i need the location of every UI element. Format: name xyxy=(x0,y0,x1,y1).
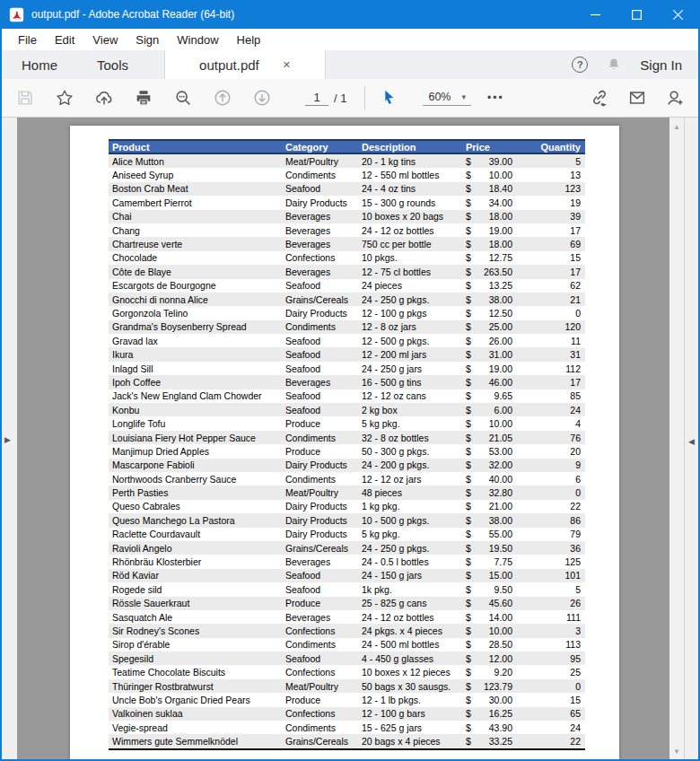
toolbar: 1 / 1 60% ▾ ••• xyxy=(2,79,698,118)
cell-quantity: 76 xyxy=(518,433,585,443)
link-icon xyxy=(590,88,609,108)
cell-product: Chocolade xyxy=(109,252,284,263)
table-row: Gravad laxSeafood12 - 500 g pkgs.$26.001… xyxy=(109,334,585,347)
expand-left-panel-icon[interactable]: ▶ xyxy=(4,435,11,444)
currency-symbol: $ xyxy=(466,625,471,636)
fill-sign-person-button[interactable] xyxy=(664,87,686,109)
cell-category: Produce xyxy=(284,695,360,705)
price-value: 12.50 xyxy=(489,308,512,319)
cell-category: Produce xyxy=(284,446,360,457)
print-button[interactable] xyxy=(133,87,154,109)
minimize-button[interactable] xyxy=(574,0,616,29)
currency-symbol: $ xyxy=(466,584,471,595)
help-icon[interactable]: ? xyxy=(572,57,588,73)
cell-category: Grains/Cereals xyxy=(284,736,360,747)
cell-product: Chartreuse verte xyxy=(109,239,284,249)
cell-product: Teatime Chocolate Biscuits xyxy=(109,667,284,678)
cell-category: Beverages xyxy=(284,211,360,222)
menu-sign[interactable]: Sign xyxy=(127,31,168,49)
table-row: Valkoinen suklaaConfections12 - 100 g ba… xyxy=(109,707,585,721)
cell-category: Dairy Products xyxy=(284,515,360,526)
cell-product: Gravad lax xyxy=(109,336,284,346)
cell-product: Queso Manchego La Pastora xyxy=(109,515,284,526)
cell-description: 10 pkgs. xyxy=(360,252,461,263)
cell-product: Rhönbräu Klosterbier xyxy=(109,556,284,567)
price-value: 33.25 xyxy=(489,736,512,747)
currency-symbol: $ xyxy=(466,667,471,678)
zoom-tools-button[interactable] xyxy=(172,87,194,109)
page-number-input[interactable]: 1 xyxy=(305,91,328,106)
share-link-button[interactable] xyxy=(589,87,610,109)
cell-price: $19.50 xyxy=(461,543,518,554)
price-value: 10.00 xyxy=(489,625,512,636)
cell-product: Côte de Blaye xyxy=(109,267,284,277)
header-product: Product xyxy=(109,142,284,153)
menu-file[interactable]: File xyxy=(9,31,46,49)
cell-category: Seafood xyxy=(284,336,360,346)
next-page-button[interactable] xyxy=(251,87,273,109)
price-value: 9.65 xyxy=(494,390,512,401)
tab-tools[interactable]: Tools xyxy=(77,50,148,79)
cell-category: Dairy Products xyxy=(284,529,360,539)
cell-product: Grandma's Boysenberry Spread xyxy=(109,321,284,332)
cell-category: Beverages xyxy=(284,267,360,277)
save-button[interactable] xyxy=(14,87,36,109)
price-value: 43.90 xyxy=(489,722,512,733)
cell-description: 24 - 0.5 l bottles xyxy=(360,556,461,567)
cell-description: 12 - 550 ml bottles xyxy=(360,170,461,180)
cell-product: Queso Cabrales xyxy=(109,501,284,512)
notifications-bell-icon[interactable] xyxy=(606,57,622,73)
menu-view[interactable]: View xyxy=(83,31,127,49)
maximize-button[interactable] xyxy=(616,0,657,29)
cell-quantity: 65 xyxy=(518,708,585,719)
price-value: 30.00 xyxy=(489,695,512,705)
star-button[interactable] xyxy=(54,87,75,109)
table-row: Raclette CourdavaultDairy Products5 kg p… xyxy=(109,528,585,541)
table-row: Escargots de BourgogneSeafood24 pieces$1… xyxy=(109,279,585,293)
cell-price: $14.00 xyxy=(461,612,518,623)
price-value: 39.00 xyxy=(489,156,512,167)
document-tab-label: output.pdf xyxy=(199,57,259,73)
tab-home[interactable]: Home xyxy=(2,50,77,79)
scroll-up-icon[interactable]: ▲ xyxy=(669,123,684,131)
menu-edit[interactable]: Edit xyxy=(46,31,83,49)
table-row: Camembert PierrotDairy Products15 - 300 … xyxy=(109,196,585,209)
close-button[interactable] xyxy=(657,0,698,29)
menu-help[interactable]: Help xyxy=(228,31,270,49)
price-value: 32.80 xyxy=(489,487,512,498)
share-cloud-button[interactable] xyxy=(93,87,115,109)
cell-price: $33.25 xyxy=(461,736,518,747)
cell-quantity: 21 xyxy=(518,294,585,305)
cell-description: 12 - 12 oz jars xyxy=(360,474,461,485)
cell-price: $38.00 xyxy=(461,515,518,526)
currency-symbol: $ xyxy=(466,170,471,180)
pdf-page: Product Category Description Price Quant… xyxy=(70,126,619,759)
more-tools-button[interactable]: ••• xyxy=(487,92,504,104)
expand-right-panel-icon[interactable]: ◀ xyxy=(688,437,695,446)
price-value: 32.00 xyxy=(489,459,512,470)
pdf-canvas: Product Category Description Price Quant… xyxy=(17,118,669,759)
tab-close-icon[interactable]: ✕ xyxy=(283,59,291,71)
sign-in-button[interactable]: Sign In xyxy=(640,57,682,73)
scroll-down-icon[interactable]: ▼ xyxy=(669,748,684,756)
cell-description: 24 - 12 oz bottles xyxy=(360,225,461,236)
cell-product: Sasquatch Ale xyxy=(109,612,284,623)
menu-window[interactable]: Window xyxy=(168,31,227,49)
tab-document[interactable]: output.pdf ✕ xyxy=(164,50,326,79)
page-total-label: / 1 xyxy=(334,92,346,105)
currency-symbol: $ xyxy=(466,570,471,581)
zoom-value: 60% xyxy=(428,91,451,103)
cell-description: 24 - 4 oz tins xyxy=(360,183,461,194)
cell-product: Uncle Bob's Organic Dried Pears xyxy=(109,695,284,705)
email-button[interactable] xyxy=(626,87,648,109)
table-row: Sirop d'érableCondiments24 - 500 ml bott… xyxy=(109,638,585,652)
header-category: Category xyxy=(284,142,360,153)
vertical-scrollbar[interactable]: ▲ ▼ xyxy=(669,118,685,759)
select-tool-button[interactable] xyxy=(378,87,399,109)
previous-page-button[interactable] xyxy=(212,87,233,109)
chevron-down-icon: ▾ xyxy=(462,92,467,101)
cell-category: Condiments xyxy=(284,321,360,332)
zoom-level-dropdown[interactable]: 60% ▾ xyxy=(423,91,471,106)
cell-price: $40.00 xyxy=(461,474,518,485)
cell-description: 24 - 500 ml bottles xyxy=(360,639,461,650)
